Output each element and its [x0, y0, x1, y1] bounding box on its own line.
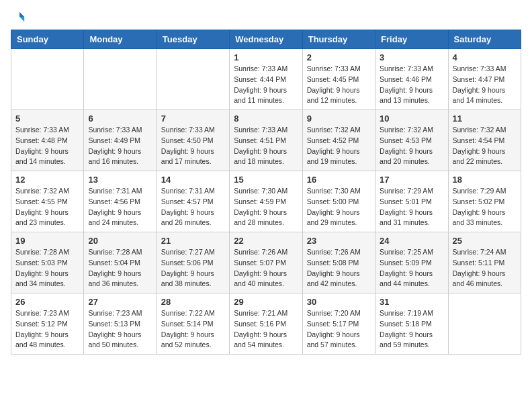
calendar-week-4: 19Sunrise: 7:28 AMSunset: 5:03 PMDayligh… [11, 232, 521, 293]
day-info: Sunrise: 7:33 AMSunset: 4:48 PMDaylight:… [15, 125, 79, 167]
day-number: 29 [234, 297, 298, 307]
weekday-header-saturday: Saturday [448, 30, 521, 49]
day-info: Sunrise: 7:26 AMSunset: 5:07 PMDaylight:… [234, 247, 298, 289]
calendar-cell: 3Sunrise: 7:33 AMSunset: 4:46 PMDaylight… [375, 49, 448, 110]
day-number: 26 [15, 297, 79, 307]
calendar-cell: 5Sunrise: 7:33 AMSunset: 4:48 PMDaylight… [11, 110, 84, 171]
calendar-cell: 31Sunrise: 7:19 AMSunset: 5:18 PMDayligh… [375, 293, 448, 355]
day-number: 13 [88, 175, 152, 185]
day-number: 22 [234, 236, 298, 246]
day-info: Sunrise: 7:28 AMSunset: 5:04 PMDaylight:… [88, 247, 152, 289]
day-info: Sunrise: 7:32 AMSunset: 4:53 PMDaylight:… [380, 125, 443, 167]
day-info: Sunrise: 7:29 AMSunset: 5:01 PMDaylight:… [380, 186, 443, 228]
day-info: Sunrise: 7:28 AMSunset: 5:03 PMDaylight:… [15, 247, 79, 289]
day-number: 24 [380, 236, 443, 246]
day-number: 10 [380, 113, 443, 124]
day-number: 3 [380, 52, 443, 62]
calendar-cell: 24Sunrise: 7:25 AMSunset: 5:09 PMDayligh… [375, 232, 448, 293]
calendar-cell: 26Sunrise: 7:23 AMSunset: 5:12 PMDayligh… [11, 293, 84, 355]
calendar-cell [11, 49, 84, 110]
day-number: 11 [453, 113, 517, 124]
day-number: 2 [307, 52, 371, 62]
day-info: Sunrise: 7:20 AMSunset: 5:17 PMDaylight:… [307, 308, 371, 351]
day-number: 17 [380, 175, 443, 185]
day-info: Sunrise: 7:33 AMSunset: 4:46 PMDaylight:… [380, 64, 443, 106]
calendar-cell: 10Sunrise: 7:32 AMSunset: 4:53 PMDayligh… [375, 110, 448, 171]
day-number: 14 [161, 175, 225, 185]
calendar-cell: 22Sunrise: 7:26 AMSunset: 5:07 PMDayligh… [230, 232, 302, 293]
weekday-header-wednesday: Wednesday [230, 30, 302, 49]
day-info: Sunrise: 7:33 AMSunset: 4:49 PMDaylight:… [88, 125, 152, 167]
calendar-cell: 12Sunrise: 7:32 AMSunset: 4:55 PMDayligh… [11, 171, 84, 232]
day-number: 7 [161, 113, 225, 124]
day-number: 6 [88, 113, 152, 124]
calendar-cell [84, 49, 157, 110]
day-info: Sunrise: 7:33 AMSunset: 4:51 PMDaylight:… [234, 125, 298, 167]
calendar-cell: 4Sunrise: 7:33 AMSunset: 4:47 PMDaylight… [448, 49, 521, 110]
day-info: Sunrise: 7:27 AMSunset: 5:06 PMDaylight:… [161, 247, 225, 289]
day-info: Sunrise: 7:23 AMSunset: 5:12 PMDaylight:… [15, 308, 79, 351]
calendar-cell: 7Sunrise: 7:33 AMSunset: 4:50 PMDaylight… [157, 110, 229, 171]
calendar-cell: 2Sunrise: 7:33 AMSunset: 4:45 PMDaylight… [302, 49, 375, 110]
logo [11, 11, 26, 23]
calendar-cell: 15Sunrise: 7:30 AMSunset: 4:59 PMDayligh… [230, 171, 302, 232]
calendar-cell: 11Sunrise: 7:32 AMSunset: 4:54 PMDayligh… [448, 110, 521, 171]
day-info: Sunrise: 7:31 AMSunset: 4:57 PMDaylight:… [161, 186, 225, 228]
weekday-header-thursday: Thursday [302, 30, 375, 49]
day-number: 4 [453, 52, 517, 62]
day-info: Sunrise: 7:22 AMSunset: 5:14 PMDaylight:… [161, 308, 225, 351]
calendar-cell: 16Sunrise: 7:30 AMSunset: 5:00 PMDayligh… [302, 171, 375, 232]
day-info: Sunrise: 7:25 AMSunset: 5:09 PMDaylight:… [380, 247, 443, 289]
calendar-cell: 25Sunrise: 7:24 AMSunset: 5:11 PMDayligh… [448, 232, 521, 293]
calendar-cell: 19Sunrise: 7:28 AMSunset: 5:03 PMDayligh… [11, 232, 84, 293]
calendar-cell: 29Sunrise: 7:21 AMSunset: 5:16 PMDayligh… [230, 293, 302, 355]
calendar-cell: 17Sunrise: 7:29 AMSunset: 5:01 PMDayligh… [375, 171, 448, 232]
day-info: Sunrise: 7:32 AMSunset: 4:55 PMDaylight:… [15, 186, 79, 228]
day-number: 8 [234, 113, 298, 124]
day-info: Sunrise: 7:32 AMSunset: 4:52 PMDaylight:… [307, 125, 371, 167]
calendar-cell [448, 293, 521, 355]
calendar-cell: 8Sunrise: 7:33 AMSunset: 4:51 PMDaylight… [230, 110, 302, 171]
day-info: Sunrise: 7:30 AMSunset: 4:59 PMDaylight:… [234, 186, 298, 228]
day-number: 16 [307, 175, 371, 185]
day-number: 20 [88, 236, 152, 246]
calendar-week-2: 5Sunrise: 7:33 AMSunset: 4:48 PMDaylight… [11, 110, 521, 171]
svg-marker-1 [19, 17, 24, 21]
calendar-cell: 21Sunrise: 7:27 AMSunset: 5:06 PMDayligh… [157, 232, 229, 293]
calendar-cell: 14Sunrise: 7:31 AMSunset: 4:57 PMDayligh… [157, 171, 229, 232]
day-info: Sunrise: 7:19 AMSunset: 5:18 PMDaylight:… [380, 308, 443, 351]
calendar-week-5: 26Sunrise: 7:23 AMSunset: 5:12 PMDayligh… [11, 293, 521, 355]
day-info: Sunrise: 7:30 AMSunset: 5:00 PMDaylight:… [307, 186, 371, 228]
day-info: Sunrise: 7:32 AMSunset: 4:54 PMDaylight:… [453, 125, 517, 167]
weekday-header-sunday: Sunday [11, 30, 84, 49]
day-info: Sunrise: 7:33 AMSunset: 4:44 PMDaylight:… [234, 64, 298, 106]
calendar-cell: 28Sunrise: 7:22 AMSunset: 5:14 PMDayligh… [157, 293, 229, 355]
calendar-cell: 20Sunrise: 7:28 AMSunset: 5:04 PMDayligh… [84, 232, 157, 293]
calendar-week-1: 1Sunrise: 7:33 AMSunset: 4:44 PMDaylight… [11, 49, 521, 110]
day-info: Sunrise: 7:21 AMSunset: 5:16 PMDaylight:… [234, 308, 298, 351]
day-number: 25 [453, 236, 517, 246]
calendar-week-3: 12Sunrise: 7:32 AMSunset: 4:55 PMDayligh… [11, 171, 521, 232]
weekday-header-monday: Monday [84, 30, 157, 49]
day-number: 21 [161, 236, 225, 246]
calendar-cell: 30Sunrise: 7:20 AMSunset: 5:17 PMDayligh… [302, 293, 375, 355]
day-info: Sunrise: 7:26 AMSunset: 5:08 PMDaylight:… [307, 247, 371, 289]
calendar-cell [157, 49, 229, 110]
day-info: Sunrise: 7:31 AMSunset: 4:56 PMDaylight:… [88, 186, 152, 228]
day-number: 18 [453, 175, 517, 185]
day-number: 27 [88, 297, 152, 307]
day-number: 28 [161, 297, 225, 307]
weekday-header-friday: Friday [375, 30, 448, 49]
weekday-header-tuesday: Tuesday [157, 30, 229, 49]
day-number: 31 [380, 297, 443, 307]
calendar-cell: 9Sunrise: 7:32 AMSunset: 4:52 PMDaylight… [302, 110, 375, 171]
calendar-cell: 27Sunrise: 7:23 AMSunset: 5:13 PMDayligh… [84, 293, 157, 355]
calendar-cell: 13Sunrise: 7:31 AMSunset: 4:56 PMDayligh… [84, 171, 157, 232]
calendar-header-row: SundayMondayTuesdayWednesdayThursdayFrid… [11, 30, 521, 49]
calendar-cell: 18Sunrise: 7:29 AMSunset: 5:02 PMDayligh… [448, 171, 521, 232]
day-number: 1 [234, 52, 298, 62]
calendar-cell: 6Sunrise: 7:33 AMSunset: 4:49 PMDaylight… [84, 110, 157, 171]
calendar-cell: 23Sunrise: 7:26 AMSunset: 5:08 PMDayligh… [302, 232, 375, 293]
svg-marker-0 [19, 12, 24, 17]
day-number: 5 [15, 113, 79, 124]
